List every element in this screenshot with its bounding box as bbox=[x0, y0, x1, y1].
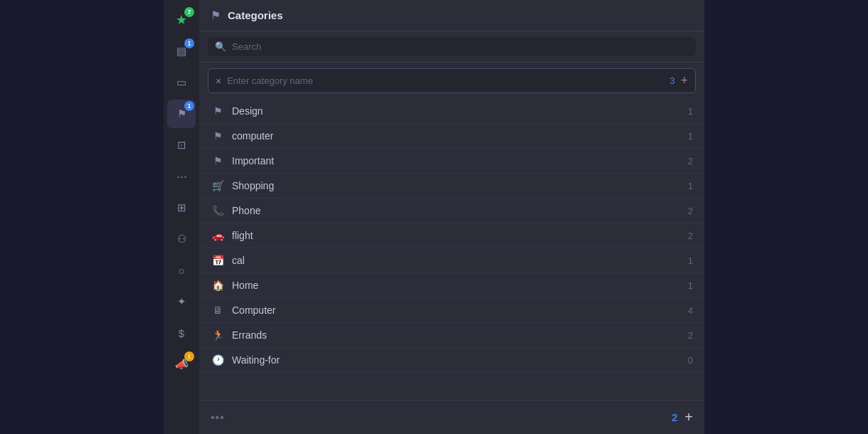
close-add-category-button[interactable]: × bbox=[216, 75, 221, 87]
panel-header-flag-icon: ⚑ bbox=[211, 9, 221, 22]
search-icon-small: 🔍 bbox=[215, 41, 226, 52]
category-item[interactable]: 🏃 Errands 2 bbox=[199, 323, 704, 348]
category-icon: 📞 bbox=[211, 205, 225, 216]
briefcase-icon: ⊞ bbox=[177, 201, 186, 214]
footer-right: 2 + bbox=[672, 409, 693, 425]
category-icon: ⚑ bbox=[211, 130, 225, 142]
search-input-wrap: 🔍 bbox=[208, 37, 696, 56]
footer-count: 2 bbox=[672, 411, 677, 423]
category-name: Phone bbox=[232, 205, 674, 216]
sidebar-badge-star: 7 bbox=[184, 7, 194, 17]
dollar-icon: $ bbox=[179, 327, 184, 339]
camera-icon: ⊡ bbox=[177, 139, 186, 152]
flag-icon: ⚑ bbox=[177, 107, 186, 120]
add-category-input[interactable] bbox=[227, 75, 664, 86]
category-item[interactable]: ⚑ Design 1 bbox=[199, 99, 704, 124]
sidebar-item-flag[interactable]: ⚑ 1 bbox=[167, 100, 196, 128]
category-name: Home bbox=[232, 280, 674, 291]
category-icon: 🖥 bbox=[211, 305, 225, 316]
people-icon: ⚇ bbox=[177, 233, 186, 245]
panel-title: Categories bbox=[228, 9, 283, 21]
category-icon: ⚑ bbox=[211, 155, 225, 166]
main-panel: ⚑ Categories 🔍 × 3 + ⚑ Design 1 ⚑ comput… bbox=[199, 0, 704, 434]
category-count: 1 bbox=[682, 181, 693, 191]
category-count: 0 bbox=[682, 355, 693, 366]
category-count: 1 bbox=[682, 255, 693, 266]
category-name: Important bbox=[232, 155, 674, 166]
sidebar-item-gear[interactable]: ✦ bbox=[167, 287, 196, 316]
footer-add-button[interactable]: + bbox=[684, 409, 693, 425]
category-item[interactable]: 📞 Phone 2 bbox=[199, 199, 704, 223]
add-category-row: × 3 + bbox=[208, 68, 696, 93]
category-item[interactable]: 📅 cal 1 bbox=[199, 248, 704, 273]
search-bar: 🔍 bbox=[199, 31, 704, 63]
sidebar-badge-flag: 1 bbox=[184, 101, 194, 111]
sidebar-badge-inbox: 1 bbox=[184, 38, 194, 48]
category-count: 1 bbox=[682, 280, 693, 291]
category-count: 1 bbox=[682, 131, 693, 142]
category-icon: 🚗 bbox=[211, 230, 225, 241]
category-name: Errands bbox=[232, 329, 674, 341]
category-item[interactable]: ⚑ Important 2 bbox=[199, 149, 704, 174]
category-item[interactable]: 🚗 flight 2 bbox=[199, 223, 704, 248]
category-item[interactable]: ⚑ computer 1 bbox=[199, 124, 704, 149]
category-name: Waiting-for bbox=[232, 354, 674, 366]
search-input[interactable] bbox=[232, 41, 689, 52]
gear-icon: ✦ bbox=[177, 295, 186, 308]
folder-icon: ▭ bbox=[176, 76, 186, 89]
sidebar-item-inbox[interactable]: ▤ 1 bbox=[167, 37, 196, 65]
sidebar-item-folder[interactable]: ▭ bbox=[167, 68, 196, 97]
category-list: ⚑ Design 1 ⚑ computer 1 ⚑ Important 2 🛒 … bbox=[199, 99, 704, 400]
sidebar-item-dollar[interactable]: $ bbox=[167, 319, 196, 347]
category-count: 2 bbox=[682, 206, 693, 216]
category-count: 2 bbox=[682, 330, 693, 341]
search-icon: ○ bbox=[178, 265, 184, 277]
panel-footer: ••• 2 + bbox=[199, 400, 704, 434]
category-icon: 🏃 bbox=[211, 329, 225, 341]
category-count: 2 bbox=[682, 231, 693, 241]
panel-header: ⚑ Categories bbox=[199, 0, 704, 31]
sidebar-badge-megaphone: ! bbox=[184, 351, 194, 361]
category-item[interactable]: 🕐 Waiting-for 0 bbox=[199, 348, 704, 373]
category-item[interactable]: 🏠 Home 1 bbox=[199, 273, 704, 298]
category-name: cal bbox=[232, 255, 674, 266]
category-count: 1 bbox=[682, 106, 693, 117]
category-name: Shopping bbox=[232, 180, 674, 191]
app-container: ★ 7 ▤ 1 ▭ ⚑ 1 ⊡ ⋯ ⊞ ⚇ ○ ✦ bbox=[164, 0, 704, 434]
add-category-confirm-button[interactable]: + bbox=[680, 73, 688, 88]
category-name: flight bbox=[232, 230, 674, 241]
footer-more-button[interactable]: ••• bbox=[211, 411, 225, 424]
sidebar-item-people[interactable]: ⚇ bbox=[167, 225, 196, 253]
sidebar-item-chat[interactable]: ⋯ bbox=[167, 162, 196, 191]
category-count: 2 bbox=[682, 156, 693, 166]
sidebar: ★ 7 ▤ 1 ▭ ⚑ 1 ⊡ ⋯ ⊞ ⚇ ○ ✦ bbox=[164, 0, 199, 434]
category-icon: 🛒 bbox=[211, 180, 225, 191]
sidebar-item-star[interactable]: ★ 7 bbox=[167, 6, 196, 34]
sidebar-item-camera[interactable]: ⊡ bbox=[167, 131, 196, 159]
category-icon: 📅 bbox=[211, 255, 225, 266]
sidebar-item-search[interactable]: ○ bbox=[167, 256, 196, 285]
chat-icon: ⋯ bbox=[176, 170, 187, 183]
category-item[interactable]: 🛒 Shopping 1 bbox=[199, 174, 704, 199]
category-icon: 🏠 bbox=[211, 280, 225, 291]
category-icon: ⚑ bbox=[211, 105, 225, 117]
char-count: 3 bbox=[669, 75, 674, 86]
category-count: 4 bbox=[682, 305, 693, 316]
category-name: Design bbox=[232, 105, 674, 117]
category-item[interactable]: 🖥 Computer 4 bbox=[199, 298, 704, 323]
category-icon: 🕐 bbox=[211, 354, 225, 366]
sidebar-item-briefcase[interactable]: ⊞ bbox=[167, 194, 196, 222]
category-name: Computer bbox=[232, 305, 674, 316]
sidebar-item-megaphone[interactable]: 📣 ! bbox=[167, 350, 196, 379]
category-name: computer bbox=[232, 130, 674, 142]
